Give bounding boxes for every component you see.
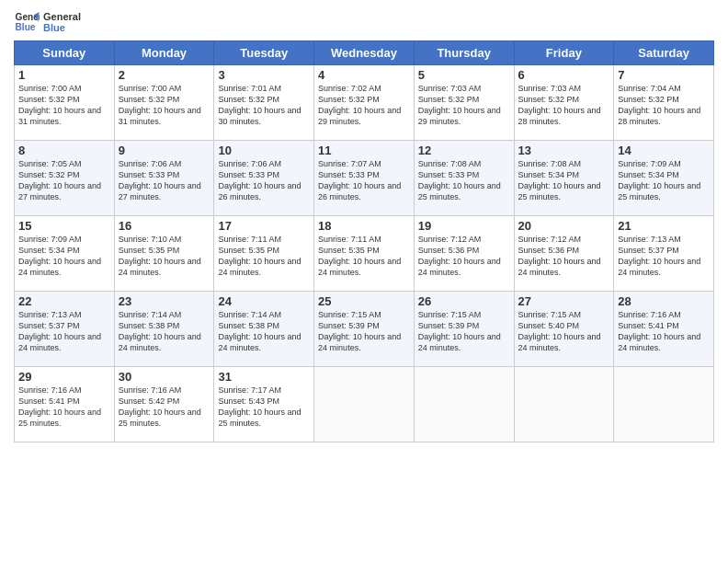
calendar-cell: 19 Sunrise: 7:12 AM Sunset: 5:36 PM Dayl…: [414, 216, 514, 292]
day-number: 22: [18, 294, 110, 308]
day-info: Sunrise: 7:11 AM Sunset: 5:35 PM Dayligh…: [218, 234, 310, 279]
day-info: Sunrise: 7:15 AM Sunset: 5:39 PM Dayligh…: [418, 309, 510, 354]
day-info: Sunrise: 7:03 AM Sunset: 5:32 PM Dayligh…: [518, 83, 610, 128]
calendar-cell: 14 Sunrise: 7:09 AM Sunset: 5:34 PM Dayl…: [614, 141, 714, 216]
day-info: Sunrise: 7:17 AM Sunset: 5:43 PM Dayligh…: [218, 385, 310, 430]
day-number: 19: [418, 219, 510, 233]
day-info: Sunrise: 7:11 AM Sunset: 5:35 PM Dayligh…: [318, 234, 410, 279]
day-info: Sunrise: 7:16 AM Sunset: 5:41 PM Dayligh…: [18, 385, 110, 430]
day-number: 24: [218, 294, 310, 308]
day-info: Sunrise: 7:14 AM Sunset: 5:38 PM Dayligh…: [119, 309, 210, 354]
day-number: 11: [318, 144, 410, 157]
calendar-cell: 6 Sunrise: 7:03 AM Sunset: 5:32 PM Dayli…: [514, 65, 614, 141]
svg-text:Blue: Blue: [16, 22, 36, 32]
calendar-cell: 17 Sunrise: 7:11 AM Sunset: 5:35 PM Dayl…: [214, 216, 314, 292]
day-info: Sunrise: 7:02 AM Sunset: 5:32 PM Dayligh…: [318, 83, 410, 128]
calendar-cell: 8 Sunrise: 7:05 AM Sunset: 5:32 PM Dayli…: [15, 141, 115, 216]
calendar-cell: 21 Sunrise: 7:13 AM Sunset: 5:37 PM Dayl…: [614, 216, 714, 292]
day-info: Sunrise: 7:05 AM Sunset: 5:32 PM Dayligh…: [18, 158, 110, 203]
calendar-week-row: 22 Sunrise: 7:13 AM Sunset: 5:37 PM Dayl…: [15, 292, 714, 367]
logo-text-blue: Blue: [43, 22, 81, 33]
day-number: 28: [618, 294, 710, 308]
calendar-cell: [614, 367, 714, 442]
calendar-cell: 9 Sunrise: 7:06 AM Sunset: 5:33 PM Dayli…: [114, 141, 214, 216]
calendar-cell: 15 Sunrise: 7:09 AM Sunset: 5:34 PM Dayl…: [15, 216, 115, 292]
day-info: Sunrise: 7:08 AM Sunset: 5:33 PM Dayligh…: [418, 158, 510, 203]
calendar-cell: 25 Sunrise: 7:15 AM Sunset: 5:39 PM Dayl…: [314, 292, 415, 367]
day-number: 20: [518, 219, 610, 233]
day-number: 16: [119, 219, 210, 233]
day-number: 31: [218, 370, 310, 384]
calendar-cell: 13 Sunrise: 7:08 AM Sunset: 5:34 PM Dayl…: [514, 141, 614, 216]
day-number: 14: [618, 144, 710, 157]
calendar-cell: 2 Sunrise: 7:00 AM Sunset: 5:32 PM Dayli…: [114, 65, 214, 141]
weekday-header-monday: Monday: [114, 41, 214, 65]
day-number: 5: [418, 68, 510, 82]
day-info: Sunrise: 7:12 AM Sunset: 5:36 PM Dayligh…: [418, 234, 510, 279]
day-number: 15: [18, 219, 110, 233]
calendar-cell: 24 Sunrise: 7:14 AM Sunset: 5:38 PM Dayl…: [214, 292, 314, 367]
day-info: Sunrise: 7:07 AM Sunset: 5:33 PM Dayligh…: [318, 158, 410, 203]
day-info: Sunrise: 7:16 AM Sunset: 5:41 PM Dayligh…: [618, 309, 710, 354]
day-info: Sunrise: 7:00 AM Sunset: 5:32 PM Dayligh…: [119, 83, 210, 128]
logo-icon: General Blue: [14, 9, 40, 35]
day-info: Sunrise: 7:04 AM Sunset: 5:32 PM Dayligh…: [618, 83, 710, 128]
calendar-header-row: SundayMondayTuesdayWednesdayThursdayFrid…: [15, 41, 714, 65]
day-number: 9: [119, 144, 210, 157]
day-info: Sunrise: 7:03 AM Sunset: 5:32 PM Dayligh…: [418, 83, 510, 128]
calendar-week-row: 29 Sunrise: 7:16 AM Sunset: 5:41 PM Dayl…: [15, 367, 714, 442]
header: General Blue General Blue: [14, 9, 714, 35]
calendar-cell: 29 Sunrise: 7:16 AM Sunset: 5:41 PM Dayl…: [15, 367, 115, 442]
calendar-cell: 26 Sunrise: 7:15 AM Sunset: 5:39 PM Dayl…: [414, 292, 514, 367]
day-number: 18: [318, 219, 410, 233]
day-number: 13: [518, 144, 610, 157]
day-info: Sunrise: 7:12 AM Sunset: 5:36 PM Dayligh…: [518, 234, 610, 279]
day-info: Sunrise: 7:06 AM Sunset: 5:33 PM Dayligh…: [119, 158, 210, 203]
calendar-cell: 16 Sunrise: 7:10 AM Sunset: 5:35 PM Dayl…: [114, 216, 214, 292]
calendar-cell: [514, 367, 614, 442]
day-info: Sunrise: 7:13 AM Sunset: 5:37 PM Dayligh…: [618, 234, 710, 279]
weekday-header-thursday: Thursday: [414, 41, 514, 65]
day-info: Sunrise: 7:16 AM Sunset: 5:42 PM Dayligh…: [119, 385, 210, 430]
day-info: Sunrise: 7:08 AM Sunset: 5:34 PM Dayligh…: [518, 158, 610, 203]
logo-text-general: General: [43, 11, 81, 22]
day-number: 17: [218, 219, 310, 233]
weekday-header-wednesday: Wednesday: [314, 41, 415, 65]
day-info: Sunrise: 7:09 AM Sunset: 5:34 PM Dayligh…: [618, 158, 710, 203]
calendar-cell: 4 Sunrise: 7:02 AM Sunset: 5:32 PM Dayli…: [314, 65, 415, 141]
day-info: Sunrise: 7:14 AM Sunset: 5:38 PM Dayligh…: [218, 309, 310, 354]
calendar-cell: 1 Sunrise: 7:00 AM Sunset: 5:32 PM Dayli…: [15, 65, 115, 141]
calendar-cell: 28 Sunrise: 7:16 AM Sunset: 5:41 PM Dayl…: [614, 292, 714, 367]
day-info: Sunrise: 7:01 AM Sunset: 5:32 PM Dayligh…: [218, 83, 310, 128]
day-info: Sunrise: 7:13 AM Sunset: 5:37 PM Dayligh…: [18, 309, 110, 354]
day-number: 8: [18, 144, 110, 157]
calendar-cell: 5 Sunrise: 7:03 AM Sunset: 5:32 PM Dayli…: [414, 65, 514, 141]
calendar-cell: 18 Sunrise: 7:11 AM Sunset: 5:35 PM Dayl…: [314, 216, 415, 292]
calendar-week-row: 1 Sunrise: 7:00 AM Sunset: 5:32 PM Dayli…: [15, 65, 714, 141]
day-number: 23: [119, 294, 210, 308]
page-container: General Blue General Blue SundayMondayTu…: [0, 0, 728, 452]
calendar-cell: 23 Sunrise: 7:14 AM Sunset: 5:38 PM Dayl…: [114, 292, 214, 367]
day-info: Sunrise: 7:15 AM Sunset: 5:40 PM Dayligh…: [518, 309, 610, 354]
day-number: 3: [218, 68, 310, 82]
weekday-header-friday: Friday: [514, 41, 614, 65]
calendar-cell: 27 Sunrise: 7:15 AM Sunset: 5:40 PM Dayl…: [514, 292, 614, 367]
calendar-cell: 3 Sunrise: 7:01 AM Sunset: 5:32 PM Dayli…: [214, 65, 314, 141]
weekday-header-sunday: Sunday: [15, 41, 115, 65]
calendar-table: SundayMondayTuesdayWednesdayThursdayFrid…: [14, 40, 714, 442]
day-number: 25: [318, 294, 410, 308]
day-number: 10: [218, 144, 310, 157]
weekday-header-tuesday: Tuesday: [214, 41, 314, 65]
calendar-cell: 22 Sunrise: 7:13 AM Sunset: 5:37 PM Dayl…: [15, 292, 115, 367]
calendar-week-row: 15 Sunrise: 7:09 AM Sunset: 5:34 PM Dayl…: [15, 216, 714, 292]
calendar-cell: [414, 367, 514, 442]
logo: General Blue General Blue: [14, 9, 81, 35]
day-info: Sunrise: 7:10 AM Sunset: 5:35 PM Dayligh…: [119, 234, 210, 279]
day-info: Sunrise: 7:06 AM Sunset: 5:33 PM Dayligh…: [218, 158, 310, 203]
calendar-cell: 7 Sunrise: 7:04 AM Sunset: 5:32 PM Dayli…: [614, 65, 714, 141]
day-info: Sunrise: 7:15 AM Sunset: 5:39 PM Dayligh…: [318, 309, 410, 354]
day-number: 12: [418, 144, 510, 157]
day-number: 26: [418, 294, 510, 308]
calendar-cell: 12 Sunrise: 7:08 AM Sunset: 5:33 PM Dayl…: [414, 141, 514, 216]
calendar-cell: 20 Sunrise: 7:12 AM Sunset: 5:36 PM Dayl…: [514, 216, 614, 292]
